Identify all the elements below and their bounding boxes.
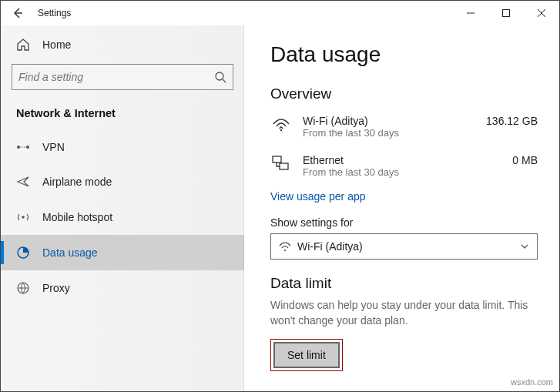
sidebar-item-vpn[interactable]: VPN <box>1 130 244 164</box>
sidebar-item-label: Airplane mode <box>42 176 112 188</box>
show-settings-dropdown[interactable]: Wi-Fi (Aditya) <box>270 233 538 260</box>
dropdown-value: Wi-Fi (Aditya) <box>297 240 363 253</box>
sidebar-item-label: Mobile hotspot <box>42 211 112 223</box>
usage-row-ethernet: Ethernet From the last 30 days 0 MB <box>270 148 538 187</box>
wifi-small-icon <box>279 241 291 252</box>
page-title: Data usage <box>270 42 538 67</box>
proxy-icon <box>16 281 30 295</box>
usage-net-name: Ethernet <box>303 154 501 166</box>
svg-point-4 <box>22 216 25 219</box>
usage-net-info: Ethernet From the last 30 days <box>303 154 501 178</box>
titlebar: Settings <box>1 1 559 25</box>
minimize-button[interactable] <box>453 1 488 25</box>
search-input-wrap[interactable] <box>12 64 233 90</box>
close-button[interactable] <box>524 1 559 25</box>
sidebar-item-proxy[interactable]: Proxy <box>1 270 244 306</box>
data-limit-heading: Data limit <box>270 275 538 292</box>
overview-heading: Overview <box>270 85 538 102</box>
sidebar-item-label: VPN <box>42 141 65 153</box>
search-input[interactable] <box>18 71 214 83</box>
svg-point-7 <box>280 129 282 131</box>
svg-rect-9 <box>280 163 288 169</box>
watermark: wsxdn.com <box>511 377 553 387</box>
usage-net-subtitle: From the last 30 days <box>303 127 475 139</box>
sidebar-item-label: Data usage <box>42 246 98 259</box>
usage-net-value: 0 MB <box>512 154 538 166</box>
wifi-icon <box>270 115 292 132</box>
sidebar-item-hotspot[interactable]: Mobile hotspot <box>1 199 244 235</box>
hotspot-icon <box>16 210 30 224</box>
ethernet-icon <box>270 154 292 171</box>
usage-net-info: Wi-Fi (Aditya) From the last 30 days <box>303 115 475 139</box>
home-nav[interactable]: Home <box>1 25 244 61</box>
sidebar-item-datausage[interactable]: Data usage <box>1 235 244 270</box>
window-title: Settings <box>38 8 71 18</box>
svg-point-10 <box>284 250 286 251</box>
minimize-icon <box>467 9 474 17</box>
set-limit-button[interactable]: Set limit <box>273 342 340 368</box>
sidebar-item-label: Proxy <box>42 282 70 294</box>
back-button[interactable] <box>8 4 27 22</box>
main-panel: Data usage Overview Wi-Fi (Aditya) From … <box>244 25 559 391</box>
window-buttons <box>453 1 559 25</box>
svg-rect-0 <box>503 10 510 17</box>
svg-rect-8 <box>273 156 281 162</box>
content: Home Network & Internet VPN Airplane mod… <box>1 25 559 391</box>
view-usage-link[interactable]: View usage per app <box>270 190 366 203</box>
airplane-icon <box>16 175 30 189</box>
set-limit-highlight: Set limit <box>270 339 343 371</box>
chevron-down-icon <box>520 242 529 251</box>
usage-net-name: Wi-Fi (Aditya) <box>303 115 475 127</box>
usage-row-wifi: Wi-Fi (Aditya) From the last 30 days 136… <box>270 109 538 148</box>
titlebar-left: Settings <box>1 4 71 22</box>
home-icon <box>16 38 30 52</box>
data-usage-icon <box>16 246 30 260</box>
sidebar-item-airplane[interactable]: Airplane mode <box>1 164 244 199</box>
usage-net-value: 136.12 GB <box>486 115 538 127</box>
svg-point-1 <box>216 72 223 80</box>
sidebar-section-header: Network & Internet <box>1 101 244 130</box>
arrow-left-icon <box>12 7 24 19</box>
vpn-icon <box>16 142 30 152</box>
usage-net-subtitle: From the last 30 days <box>303 166 501 178</box>
sidebar: Home Network & Internet VPN Airplane mod… <box>1 25 244 391</box>
search-icon <box>214 71 226 83</box>
home-label: Home <box>42 39 71 51</box>
close-icon <box>538 9 545 17</box>
maximize-button[interactable] <box>488 1 524 25</box>
maximize-icon <box>502 9 510 17</box>
data-limit-description: Windows can help you stay under your dat… <box>270 298 538 328</box>
show-settings-label: Show settings for <box>270 216 538 229</box>
